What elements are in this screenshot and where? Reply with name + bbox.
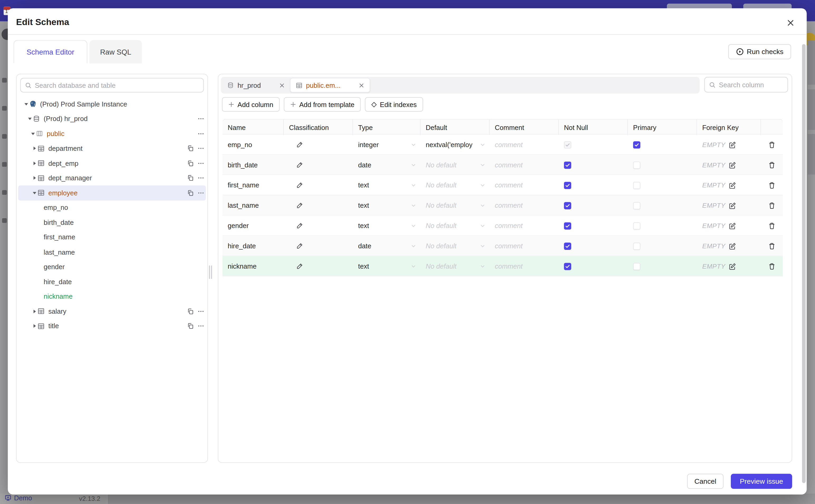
copy-icon[interactable] <box>185 175 195 182</box>
more-menu-icon[interactable] <box>195 308 206 315</box>
type-select[interactable]: date <box>353 155 421 175</box>
tree-item-salary[interactable]: salary <box>18 304 206 319</box>
tab-schema-editor[interactable]: Schema Editor <box>13 40 87 64</box>
checkbox-checked[interactable] <box>564 263 571 270</box>
name-cell[interactable]: emp_no <box>222 134 284 155</box>
edit-foreign-key-icon[interactable] <box>729 263 736 270</box>
tree-item-nickname[interactable]: nickname <box>18 289 206 304</box>
add-from-template-button[interactable]: Add from template <box>283 97 360 112</box>
caret-down-icon[interactable] <box>27 117 33 121</box>
more-menu-icon[interactable] <box>195 145 206 152</box>
caret-down-icon[interactable] <box>31 191 37 195</box>
checkbox-checked[interactable] <box>633 141 640 148</box>
pencil-icon[interactable] <box>296 222 303 229</box>
checkbox-checked[interactable] <box>564 242 571 250</box>
trash-icon[interactable] <box>768 202 776 209</box>
tree-item-dept_emp[interactable]: dept_emp <box>18 156 206 171</box>
pencil-icon[interactable] <box>296 263 303 270</box>
checkbox-checked[interactable] <box>564 182 571 189</box>
add-column-button[interactable]: Add column <box>222 97 279 112</box>
edit-foreign-key-icon[interactable] <box>729 182 736 189</box>
type-select[interactable]: text <box>353 175 421 195</box>
edit-foreign-key-icon[interactable] <box>729 222 736 229</box>
copy-icon[interactable] <box>185 145 195 152</box>
pencil-icon[interactable] <box>296 162 303 168</box>
edit-foreign-key-icon[interactable] <box>729 141 736 148</box>
modal-scrollbar[interactable] <box>802 44 806 483</box>
column-search-input[interactable] <box>719 81 810 89</box>
tree-item-emp_no[interactable]: emp_no <box>18 200 206 215</box>
edit-foreign-key-icon[interactable] <box>729 242 736 250</box>
checkbox-unchecked[interactable] <box>633 202 640 209</box>
checkbox-checked[interactable] <box>564 222 571 229</box>
pencil-icon[interactable] <box>296 182 303 189</box>
caret-right-icon[interactable] <box>31 324 37 328</box>
type-select[interactable]: text <box>353 195 421 216</box>
pencil-icon[interactable] <box>296 243 303 249</box>
default-select[interactable]: No default <box>421 175 490 195</box>
tree-item--prod-prod-sample-instance[interactable]: (Prod) Prod Sample Instance <box>18 97 206 112</box>
more-menu-icon[interactable] <box>195 175 206 182</box>
more-menu-icon[interactable] <box>195 160 206 167</box>
pencil-icon[interactable] <box>296 202 303 209</box>
name-cell[interactable]: last_name <box>222 195 284 216</box>
default-select[interactable]: No default <box>421 236 490 256</box>
editor-tab-public-employee[interactable]: public.em... <box>290 78 370 93</box>
caret-right-icon[interactable] <box>31 146 37 151</box>
name-cell[interactable]: first_name <box>222 175 284 195</box>
tree-item-hire_date[interactable]: hire_date <box>18 274 206 289</box>
checkbox-unchecked[interactable] <box>633 222 640 229</box>
tree-item-gender[interactable]: gender <box>18 259 206 274</box>
panel-resizer[interactable] <box>208 265 212 279</box>
default-select[interactable]: No default <box>421 216 490 236</box>
more-menu-icon[interactable] <box>195 130 206 137</box>
type-select[interactable]: integer <box>353 134 421 155</box>
edit-foreign-key-icon[interactable] <box>729 161 736 169</box>
type-select[interactable]: date <box>353 236 421 256</box>
run-checks-button[interactable]: Run checks <box>728 44 791 59</box>
pencil-icon[interactable] <box>296 141 303 148</box>
trash-icon[interactable] <box>768 141 776 148</box>
more-menu-icon[interactable] <box>195 323 206 329</box>
preview-issue-button[interactable]: Preview issue <box>731 474 792 489</box>
comment-input[interactable]: comment <box>490 256 559 277</box>
trash-icon[interactable] <box>768 242 776 250</box>
caret-right-icon[interactable] <box>31 161 37 166</box>
default-select[interactable]: nextval('employ <box>421 134 490 155</box>
caret-right-icon[interactable] <box>31 309 37 314</box>
comment-input[interactable]: comment <box>490 175 559 195</box>
checkbox-checked[interactable] <box>564 161 571 169</box>
trash-icon[interactable] <box>768 222 776 229</box>
copy-icon[interactable] <box>185 160 195 167</box>
edit-indexes-button[interactable]: Edit indexes <box>365 97 423 112</box>
checkbox-checked[interactable] <box>564 202 571 209</box>
edit-foreign-key-icon[interactable] <box>729 202 736 209</box>
more-menu-icon[interactable] <box>195 190 206 196</box>
more-menu-icon[interactable] <box>195 115 206 122</box>
copy-icon[interactable] <box>185 323 195 329</box>
type-select[interactable]: text <box>353 256 421 277</box>
tree-item-public[interactable]: public <box>18 126 206 141</box>
comment-input[interactable]: comment <box>490 216 559 236</box>
tree-item-dept_manager[interactable]: dept_manager <box>18 171 206 185</box>
close-tab-icon[interactable] <box>279 82 285 88</box>
name-cell[interactable]: hire_date <box>222 236 284 256</box>
tree-item-title[interactable]: title <box>18 319 206 333</box>
checkbox-unchecked[interactable] <box>633 242 640 250</box>
copy-icon[interactable] <box>185 190 195 196</box>
trash-icon[interactable] <box>768 161 776 169</box>
comment-input[interactable]: comment <box>490 155 559 175</box>
comment-input[interactable]: comment <box>490 134 559 155</box>
tree-search-input[interactable] <box>35 81 199 89</box>
checkbox-unchecked[interactable] <box>633 161 640 169</box>
name-cell[interactable]: nickname <box>222 256 284 277</box>
close-icon[interactable] <box>784 16 797 30</box>
checkbox-unchecked[interactable] <box>633 263 640 270</box>
tree-item-first_name[interactable]: first_name <box>18 230 206 245</box>
caret-down-icon[interactable] <box>23 102 29 106</box>
name-cell[interactable]: gender <box>222 216 284 236</box>
cancel-button[interactable]: Cancel <box>687 474 724 489</box>
tab-raw-sql[interactable]: Raw SQL <box>89 40 142 64</box>
caret-right-icon[interactable] <box>31 176 37 181</box>
tree-item-employee[interactable]: employee <box>18 186 206 200</box>
